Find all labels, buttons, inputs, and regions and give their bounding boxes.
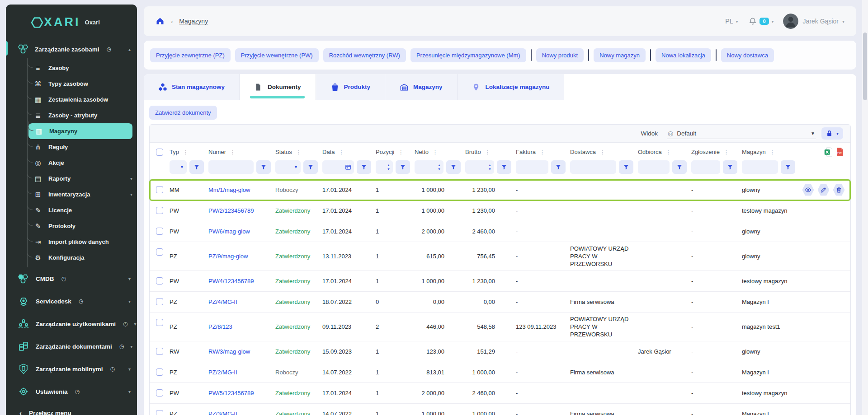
table-row[interactable]: PWPW/2/123456789Zatwierdzony17.01.202411… bbox=[150, 201, 850, 221]
approve-documents-button[interactable]: Zatwierdź dokumenty bbox=[149, 106, 217, 120]
table-row[interactable]: PWPW/6/mag-glowZatwierdzony17.01.202412 … bbox=[150, 221, 850, 242]
avatar[interactable] bbox=[783, 14, 798, 29]
cell-numer[interactable]: PZ/4/MG-II bbox=[208, 295, 275, 308]
tab-stan-magazynowy[interactable]: Stan magazynowy bbox=[144, 74, 240, 100]
cell-numer[interactable]: PW/4/123456789 bbox=[208, 275, 275, 288]
sidebar-item-raporty[interactable]: ▤Raporty▾ bbox=[28, 171, 132, 187]
column-menu-icon[interactable]: ⋮ bbox=[398, 149, 404, 155]
filter-funnel-button-netto[interactable] bbox=[446, 160, 461, 174]
tab-produkty[interactable]: Produkty bbox=[316, 74, 386, 100]
filter-funnel-button-typ[interactable] bbox=[189, 160, 204, 174]
filter-input-field-brutto[interactable] bbox=[465, 160, 494, 174]
cell-numer[interactable]: PZ/2/MG-II bbox=[208, 366, 275, 379]
column-menu-icon[interactable]: ⋮ bbox=[296, 149, 302, 155]
cell-numer[interactable]: PZ/8/123 bbox=[208, 320, 275, 333]
export-excel-button[interactable] bbox=[824, 147, 833, 157]
filter-input-field-status[interactable] bbox=[275, 160, 301, 174]
filter-input-field-dostawca[interactable] bbox=[570, 160, 616, 174]
row-checkbox[interactable] bbox=[156, 298, 163, 305]
table-row[interactable]: MMMm/1/mag-glowRoboczy17.01.202411 000,0… bbox=[150, 180, 850, 201]
row-checkbox[interactable] bbox=[156, 348, 163, 355]
filter-funnel-button-zgloszenie[interactable] bbox=[723, 160, 737, 174]
row-checkbox[interactable] bbox=[156, 389, 163, 396]
tab-magazyny[interactable]: Magazyny bbox=[385, 74, 458, 100]
filter-input-field-magazyn[interactable] bbox=[742, 160, 778, 174]
view-select[interactable]: ◎ Default ▼ bbox=[667, 128, 816, 139]
filter-funnel-button-magazyn[interactable] bbox=[781, 160, 795, 174]
scrollbar-thumb[interactable] bbox=[863, 33, 867, 100]
row-checkbox[interactable] bbox=[156, 368, 163, 376]
page-scrollbar[interactable] bbox=[862, 0, 868, 415]
edit-button[interactable] bbox=[817, 184, 830, 196]
row-checkbox[interactable] bbox=[156, 186, 163, 193]
filter-funnel-button-odbiorca[interactable] bbox=[672, 160, 687, 174]
filter-input-field-pozycji[interactable] bbox=[376, 160, 393, 174]
table-row[interactable]: PZPZ/9/mag-glowZatwierdzony13.11.2023161… bbox=[150, 242, 850, 271]
filter-funnel-button-brutto[interactable] bbox=[497, 160, 511, 174]
filter-input-field-data[interactable] bbox=[322, 160, 354, 174]
filter-input-field-zgloszenie[interactable] bbox=[691, 160, 720, 174]
sidebar-item-typy-zasobow[interactable]: ⌘Typy zasobów bbox=[28, 76, 132, 92]
row-checkbox[interactable] bbox=[156, 228, 163, 235]
table-row[interactable]: PWPW/4/123456789Zatwierdzony17.01.202411… bbox=[150, 271, 850, 292]
column-menu-icon[interactable]: ⋮ bbox=[338, 149, 344, 155]
sidebar-item-protokoly[interactable]: ✎Protokoły bbox=[28, 218, 132, 234]
filter-funnel-button-pozycji[interactable] bbox=[396, 160, 410, 174]
sidebar-item-reguly[interactable]: ⋔Reguły bbox=[28, 139, 132, 155]
filter-funnel-button-numer[interactable] bbox=[256, 160, 271, 174]
tab-dokumenty[interactable]: Dokumenty bbox=[240, 74, 316, 100]
row-checkbox[interactable] bbox=[156, 207, 163, 214]
sidebar-item-konfiguracja[interactable]: ⚙Konfiguracja bbox=[28, 250, 132, 266]
row-checkbox[interactable] bbox=[156, 410, 163, 415]
row-checkbox[interactable] bbox=[156, 248, 163, 256]
sidebar-item-servicedesk[interactable]: Servicedesk◷▾ bbox=[6, 290, 137, 312]
table-row[interactable]: PZPZ/3/MG-IIZatwierdzony14.07.202211 000… bbox=[150, 404, 850, 415]
sidebar-item-zarzadzanie-uzytkownikami[interactable]: Zarządzanie użytkownikami◷▾ bbox=[6, 312, 137, 335]
filter-funnel-button-status[interactable] bbox=[303, 160, 318, 174]
filter-input-field-typ[interactable] bbox=[170, 160, 187, 174]
cell-numer[interactable]: PZ/9/mag-glow bbox=[208, 250, 275, 263]
sidebar-section-zarzadzanie-zasobami[interactable]: Zarządzanie zasobami ◷ ▴ bbox=[6, 38, 137, 60]
select-all-checkbox[interactable] bbox=[156, 149, 163, 156]
sidebar-item-akcje[interactable]: ◎Akcje bbox=[28, 155, 132, 171]
column-menu-icon[interactable]: ⋮ bbox=[432, 149, 438, 155]
cell-numer[interactable]: Mm/1/mag-glow bbox=[208, 183, 275, 196]
sidebar-item-import-plikow-danych[interactable]: ⇥Import plików danych bbox=[28, 234, 132, 250]
export-pdf-button[interactable]: PDF bbox=[835, 147, 844, 157]
filter-input-field-odbiorca[interactable] bbox=[638, 160, 670, 174]
sidebar-item-inwentaryzacja[interactable]: ⊞Inwentaryzacja▾ bbox=[28, 187, 132, 202]
rozchod-wewnetrzny-rw-button[interactable]: Rozchód wewnętrzny (RW) bbox=[323, 48, 406, 62]
row-checkbox[interactable] bbox=[156, 277, 163, 284]
delete-button[interactable] bbox=[833, 184, 845, 196]
notifications[interactable]: 0 ▾ bbox=[749, 17, 774, 25]
nowy-produkt-button[interactable]: Nowy produkt bbox=[536, 48, 584, 62]
przyjecie-zewnetrzne-pz-button[interactable]: Przyjęcie zewnętrzne (PZ) bbox=[150, 48, 231, 62]
table-row[interactable]: PZPZ/8/123Zatwierdzony09.11.20232446,005… bbox=[150, 312, 850, 341]
table-row[interactable]: RWRW/3/mag-glowZatwierdzony15.09.2023112… bbox=[150, 341, 850, 362]
sidebar-item-zestawienia-zasobow[interactable]: ▦Zestawienia zasobów bbox=[28, 92, 132, 107]
filter-input-field-netto[interactable] bbox=[415, 160, 443, 174]
column-menu-icon[interactable]: ⋮ bbox=[539, 149, 545, 155]
column-menu-icon[interactable]: ⋮ bbox=[723, 149, 729, 155]
sidebar-item-ustawienia[interactable]: Ustawienia◷▾ bbox=[6, 380, 137, 403]
filter-input-field-faktura[interactable] bbox=[516, 160, 548, 174]
nowy-dostawca-button[interactable]: Nowy dostawca bbox=[721, 48, 774, 62]
row-checkbox[interactable] bbox=[156, 319, 163, 326]
sidebar-item-magazyny[interactable]: ▥Magazyny bbox=[28, 123, 132, 139]
nowy-magazyn-button[interactable]: Nowy magazyn bbox=[594, 48, 646, 62]
table-row[interactable]: PZPZ/4/MG-IIZatwierdzony18.07.202200,000… bbox=[150, 292, 850, 312]
cell-numer[interactable]: PW/2/123456789 bbox=[208, 204, 275, 217]
table-row[interactable]: PZPZ/2/MG-IIRoboczy14.07.20221813,011 00… bbox=[150, 362, 850, 383]
user-menu[interactable]: Jarek Gąsior ▾ bbox=[803, 18, 844, 25]
sidebar-item-zarzadzanie-mobilnymi[interactable]: Zarządzanie mobilnymi◷▾ bbox=[6, 358, 137, 380]
przesuniecie-miedzymagazynowe-mm-button[interactable]: Przesunięcie międzymagazynowe (Mm) bbox=[410, 48, 526, 62]
tab-lokalizacje-magazynu[interactable]: Lokalizacje magazynu bbox=[458, 74, 565, 100]
sidebar-item-zasoby-atrybuty[interactable]: ≣Zasoby - atrybuty bbox=[28, 107, 132, 123]
column-menu-icon[interactable]: ⋮ bbox=[599, 149, 605, 155]
sidebar-item-cmdb[interactable]: CMDB◷▾ bbox=[6, 267, 137, 290]
column-menu-icon[interactable]: ⋮ bbox=[183, 149, 189, 155]
language-selector[interactable]: PL ▾ bbox=[725, 18, 738, 25]
table-row[interactable]: PWPW/5/123456789Zatwierdzony17.01.202412… bbox=[150, 383, 850, 404]
sidebar-item-licencje[interactable]: ✎Licencje bbox=[28, 202, 132, 218]
sidebar-item-zarzadzanie-dokumentami[interactable]: Zarządzanie dokumentami◷▾ bbox=[6, 335, 137, 358]
